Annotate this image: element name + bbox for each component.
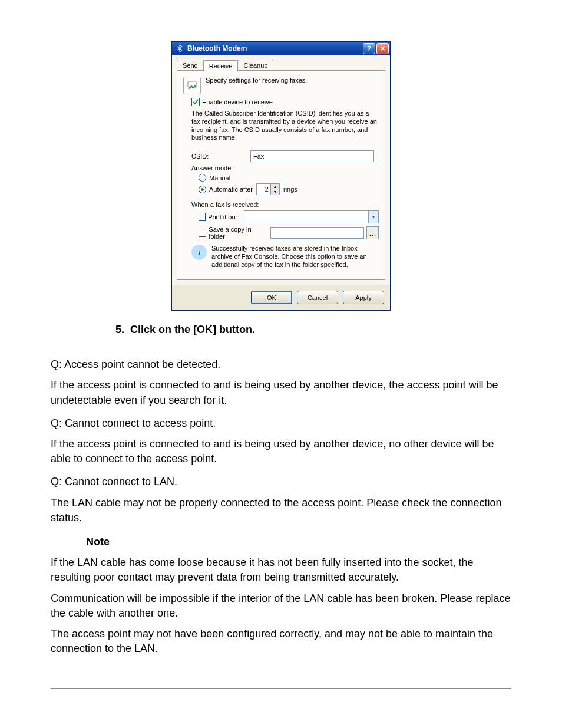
bluetooth-modem-dialog: Bluetooth Modem ? ✕ Send Receive Cleanup bbox=[171, 41, 391, 311]
tab-cleanup[interactable]: Cleanup bbox=[237, 60, 273, 70]
apply-button[interactable]: Apply bbox=[343, 291, 384, 304]
radio-automatic[interactable] bbox=[199, 186, 206, 193]
instruction-step: 5. Click on the [OK] button. bbox=[115, 324, 511, 336]
info-icon: i bbox=[191, 245, 207, 260]
dialog-title: Bluetooth Modem bbox=[187, 44, 247, 52]
title-bar[interactable]: Bluetooth Modem ? ✕ bbox=[172, 42, 390, 55]
help-button[interactable]: ? bbox=[363, 43, 375, 54]
step-number: 5. bbox=[115, 324, 124, 335]
when-received-label: When a fax is received: bbox=[191, 201, 379, 208]
note-1: If the LAN cable has come loose because … bbox=[51, 555, 511, 585]
q1-question: Q: Access point cannot be detected. bbox=[51, 357, 511, 372]
bluetooth-icon bbox=[176, 44, 184, 52]
csid-help-text: The Called Subscriber Identification (CS… bbox=[191, 110, 379, 142]
q2-answer: If the access point is connected to and … bbox=[51, 437, 511, 466]
q3-answer-2: The access point may not have been confi… bbox=[51, 627, 511, 656]
csid-label: CSID: bbox=[191, 153, 250, 160]
browse-button[interactable]: … bbox=[366, 226, 379, 239]
spinner-up-icon[interactable]: ▲ bbox=[271, 184, 279, 189]
radio-automatic-label: Automatic after bbox=[209, 186, 253, 193]
enable-receive-checkbox[interactable] bbox=[191, 98, 200, 106]
save-copy-label: Save a copy in folder: bbox=[209, 226, 270, 240]
answer-mode-label: Answer mode: bbox=[191, 164, 379, 172]
close-icon: ✕ bbox=[380, 45, 385, 52]
tab-content: Specify settings for receiving faxes. En… bbox=[177, 70, 385, 280]
q3-answer-1: The LAN cable may not be properly connec… bbox=[51, 496, 511, 525]
radio-manual-label: Manual bbox=[209, 174, 230, 182]
rings-unit: rings bbox=[283, 186, 297, 193]
note-2: Communication will be impossible if the … bbox=[51, 591, 511, 621]
step-text: Click on the [OK] button. bbox=[130, 324, 255, 335]
save-copy-checkbox[interactable] bbox=[199, 229, 206, 237]
q2-question: Q: Cannot connect to access point. bbox=[51, 416, 511, 431]
radio-manual[interactable] bbox=[199, 174, 206, 182]
rings-spinner[interactable]: 2 ▲ ▼ bbox=[256, 183, 280, 195]
note-heading: Note bbox=[86, 535, 511, 549]
info-text: Successfully received faxes are stored i… bbox=[211, 245, 379, 269]
tab-send[interactable]: Send bbox=[177, 60, 204, 70]
folder-input[interactable] bbox=[270, 227, 365, 239]
print-label: Print it on: bbox=[208, 213, 244, 220]
ellipsis-icon: … bbox=[369, 229, 376, 238]
printer-dropdown[interactable] bbox=[244, 210, 368, 222]
q3-question: Q: Cannot connect to LAN. bbox=[51, 475, 511, 489]
q1-answer: If the access point is connected to and … bbox=[51, 378, 511, 407]
print-checkbox[interactable] bbox=[199, 213, 206, 221]
intro-text: Specify settings for receiving faxes. bbox=[206, 77, 307, 84]
csid-input[interactable]: Fax bbox=[250, 150, 374, 162]
cancel-button[interactable]: Cancel bbox=[297, 291, 338, 304]
spinner-down-icon[interactable]: ▼ bbox=[271, 189, 279, 195]
fax-icon bbox=[183, 77, 201, 94]
ok-button[interactable]: OK bbox=[251, 291, 292, 304]
enable-receive-label: Enable device to receive bbox=[202, 98, 273, 106]
tab-receive[interactable]: Receive bbox=[203, 60, 239, 71]
close-button[interactable]: ✕ bbox=[376, 43, 389, 54]
footer-rule bbox=[51, 688, 511, 689]
chevron-down-icon[interactable]: ▾ bbox=[368, 210, 379, 223]
